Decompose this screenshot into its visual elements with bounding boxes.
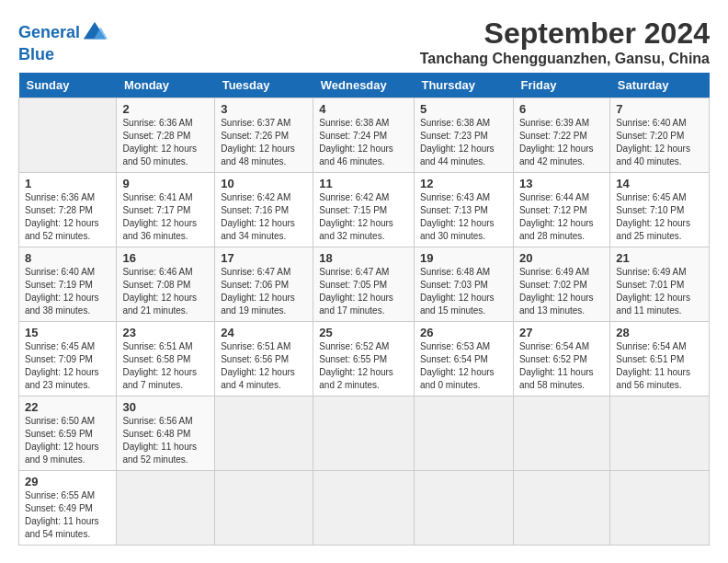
table-row: 9Sunrise: 6:41 AMSunset: 7:17 PMDaylight…	[117, 173, 215, 247]
table-row: 4Sunrise: 6:38 AMSunset: 7:24 PMDaylight…	[313, 98, 415, 173]
table-row	[117, 471, 215, 546]
table-row: 24Sunrise: 6:51 AMSunset: 6:56 PMDayligh…	[215, 322, 313, 396]
table-row: 10Sunrise: 6:42 AMSunset: 7:16 PMDayligh…	[215, 173, 313, 247]
calendar-week-row: 15Sunrise: 6:45 AMSunset: 7:09 PMDayligh…	[19, 322, 710, 396]
table-row: 12Sunrise: 6:43 AMSunset: 7:13 PMDayligh…	[414, 173, 513, 247]
day-number: 20	[519, 251, 604, 265]
logo: General Blue	[18, 20, 108, 64]
table-row	[610, 396, 710, 471]
day-info: Sunrise: 6:53 AMSunset: 6:54 PMDaylight:…	[420, 340, 507, 392]
table-row: 2Sunrise: 6:36 AMSunset: 7:28 PMDaylight…	[117, 98, 215, 173]
day-info: Sunrise: 6:48 AMSunset: 7:03 PMDaylight:…	[420, 266, 507, 317]
day-number: 7	[616, 102, 703, 116]
table-row: 14Sunrise: 6:45 AMSunset: 7:10 PMDayligh…	[610, 173, 710, 247]
table-row	[313, 396, 415, 471]
table-row: 8Sunrise: 6:40 AMSunset: 7:19 PMDaylight…	[19, 247, 117, 322]
col-friday: Friday	[513, 73, 609, 98]
table-row	[414, 396, 513, 471]
calendar-header-row: Sunday Monday Tuesday Wednesday Thursday…	[19, 73, 710, 98]
day-info: Sunrise: 6:47 AMSunset: 7:06 PMDaylight:…	[221, 266, 307, 317]
table-row: 1Sunrise: 6:36 AMSunset: 7:28 PMDaylight…	[19, 173, 117, 247]
day-number: 18	[319, 251, 408, 265]
day-info: Sunrise: 6:40 AMSunset: 7:20 PMDaylight:…	[616, 117, 703, 168]
day-number: 8	[25, 251, 110, 265]
day-number: 28	[616, 326, 703, 339]
calendar-week-row: 2Sunrise: 6:36 AMSunset: 7:28 PMDaylight…	[19, 98, 710, 173]
day-number: 2	[122, 102, 209, 116]
table-row: 11Sunrise: 6:42 AMSunset: 7:15 PMDayligh…	[313, 173, 415, 247]
day-info: Sunrise: 6:38 AMSunset: 7:23 PMDaylight:…	[420, 117, 507, 168]
day-number: 11	[319, 177, 408, 190]
day-number: 3	[221, 102, 307, 116]
day-info: Sunrise: 6:47 AMSunset: 7:05 PMDaylight:…	[319, 266, 408, 317]
day-number: 6	[519, 102, 604, 116]
table-row: 16Sunrise: 6:46 AMSunset: 7:08 PMDayligh…	[117, 247, 215, 322]
subtitle: Tanchang Chengguanzhen, Gansu, China	[420, 51, 710, 67]
logo-text: General	[18, 24, 80, 42]
table-row: 13Sunrise: 6:44 AMSunset: 7:12 PMDayligh…	[513, 173, 609, 247]
table-row: 3Sunrise: 6:37 AMSunset: 7:26 PMDaylight…	[215, 98, 313, 173]
day-info: Sunrise: 6:55 AMSunset: 6:49 PMDaylight:…	[25, 489, 110, 541]
table-row: 22Sunrise: 6:50 AMSunset: 6:59 PMDayligh…	[19, 396, 117, 471]
col-monday: Monday	[117, 73, 215, 98]
table-row: 6Sunrise: 6:39 AMSunset: 7:22 PMDaylight…	[513, 98, 609, 173]
calendar-table: Sunday Monday Tuesday Wednesday Thursday…	[18, 73, 710, 546]
table-row: 18Sunrise: 6:47 AMSunset: 7:05 PMDayligh…	[313, 247, 415, 322]
col-saturday: Saturday	[610, 73, 710, 98]
day-number: 25	[319, 326, 408, 339]
day-info: Sunrise: 6:56 AMSunset: 6:48 PMDaylight:…	[122, 415, 209, 466]
day-info: Sunrise: 6:46 AMSunset: 7:08 PMDaylight:…	[122, 266, 209, 317]
day-number: 15	[25, 326, 110, 339]
day-number: 10	[221, 177, 307, 190]
day-info: Sunrise: 6:39 AMSunset: 7:22 PMDaylight:…	[519, 117, 604, 168]
table-row	[414, 471, 513, 546]
table-row	[513, 396, 609, 471]
table-row: 21Sunrise: 6:49 AMSunset: 7:01 PMDayligh…	[610, 247, 710, 322]
day-info: Sunrise: 6:51 AMSunset: 6:58 PMDaylight:…	[122, 340, 209, 392]
day-number: 22	[25, 400, 110, 414]
day-number: 5	[420, 102, 507, 116]
day-number: 9	[122, 177, 209, 190]
table-row: 5Sunrise: 6:38 AMSunset: 7:23 PMDaylight…	[414, 98, 513, 173]
day-info: Sunrise: 6:41 AMSunset: 7:17 PMDaylight:…	[122, 191, 209, 243]
table-row: 23Sunrise: 6:51 AMSunset: 6:58 PMDayligh…	[117, 322, 215, 396]
day-number: 4	[319, 102, 408, 116]
day-number: 26	[420, 326, 507, 339]
col-wednesday: Wednesday	[313, 73, 415, 98]
day-number: 1	[25, 177, 110, 190]
calendar-body: 2Sunrise: 6:36 AMSunset: 7:28 PMDaylight…	[19, 98, 710, 546]
day-number: 16	[122, 251, 209, 265]
day-number: 19	[420, 251, 507, 265]
col-tuesday: Tuesday	[215, 73, 313, 98]
day-info: Sunrise: 6:36 AMSunset: 7:28 PMDaylight:…	[122, 117, 209, 168]
logo-icon	[82, 20, 108, 46]
table-row	[313, 471, 415, 546]
calendar-week-row: 1Sunrise: 6:36 AMSunset: 7:28 PMDaylight…	[19, 173, 710, 247]
table-row: 25Sunrise: 6:52 AMSunset: 6:55 PMDayligh…	[313, 322, 415, 396]
day-info: Sunrise: 6:45 AMSunset: 7:10 PMDaylight:…	[616, 191, 703, 243]
day-info: Sunrise: 6:40 AMSunset: 7:19 PMDaylight:…	[25, 266, 110, 317]
day-info: Sunrise: 6:49 AMSunset: 7:02 PMDaylight:…	[519, 266, 604, 317]
day-info: Sunrise: 6:49 AMSunset: 7:01 PMDaylight:…	[616, 266, 703, 317]
day-info: Sunrise: 6:54 AMSunset: 6:51 PMDaylight:…	[616, 340, 703, 392]
day-info: Sunrise: 6:36 AMSunset: 7:28 PMDaylight:…	[25, 191, 110, 243]
day-info: Sunrise: 6:43 AMSunset: 7:13 PMDaylight:…	[420, 191, 507, 243]
table-row	[513, 471, 609, 546]
table-row: 7Sunrise: 6:40 AMSunset: 7:20 PMDaylight…	[610, 98, 710, 173]
header: General Blue September 2024 Tanchang Che…	[18, 17, 710, 67]
table-row: 26Sunrise: 6:53 AMSunset: 6:54 PMDayligh…	[414, 322, 513, 396]
calendar-week-row: 8Sunrise: 6:40 AMSunset: 7:19 PMDaylight…	[19, 247, 710, 322]
calendar-week-row: 29Sunrise: 6:55 AMSunset: 6:49 PMDayligh…	[19, 471, 710, 546]
day-info: Sunrise: 6:42 AMSunset: 7:16 PMDaylight:…	[221, 191, 307, 243]
day-info: Sunrise: 6:44 AMSunset: 7:12 PMDaylight:…	[519, 191, 604, 243]
day-number: 30	[122, 400, 209, 414]
table-row	[215, 396, 313, 471]
table-row: 29Sunrise: 6:55 AMSunset: 6:49 PMDayligh…	[19, 471, 117, 546]
day-info: Sunrise: 6:51 AMSunset: 6:56 PMDaylight:…	[221, 340, 307, 392]
main-title: September 2024	[420, 17, 710, 51]
table-row: 27Sunrise: 6:54 AMSunset: 6:52 PMDayligh…	[513, 322, 609, 396]
day-number: 24	[221, 326, 307, 339]
day-number: 23	[122, 326, 209, 339]
table-row: 28Sunrise: 6:54 AMSunset: 6:51 PMDayligh…	[610, 322, 710, 396]
day-number: 21	[616, 251, 703, 265]
